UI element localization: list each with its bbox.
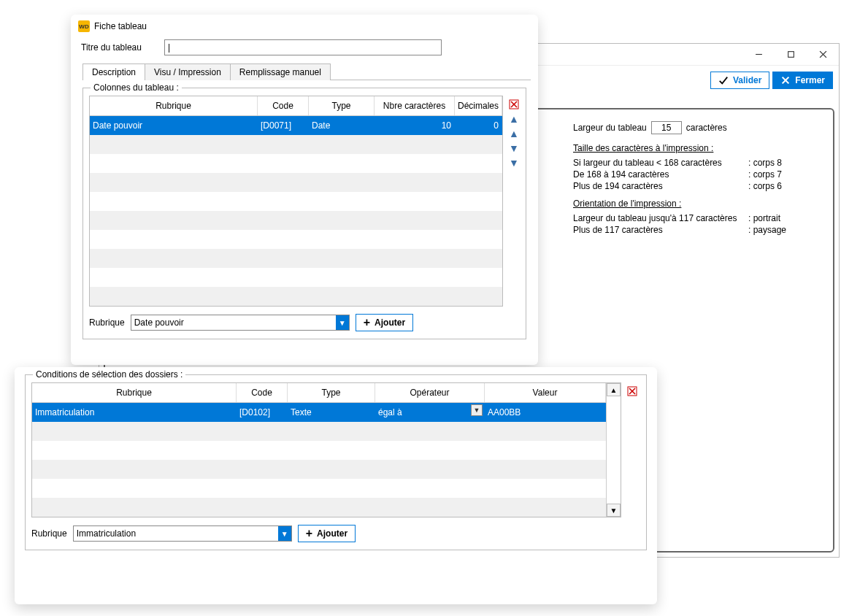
colonnes-grid[interactable]: Rubrique Code Type Nbre caractères Décim… [89, 96, 503, 307]
cell-operateur[interactable]: égal à ▼ [375, 403, 485, 422]
fiche-tableau-panel: WD Fiche tableau Titre du tableau | Desc… [71, 15, 538, 365]
table-row[interactable] [90, 287, 502, 306]
largeur-input[interactable] [651, 121, 682, 134]
tab-visu-impression[interactable]: Visu / Impression [145, 63, 231, 80]
conditions-fieldset: Conditions de sélection des dossiers : R… [25, 374, 647, 550]
valider-label: Valider [733, 75, 761, 85]
table-row[interactable] [32, 479, 606, 498]
orient-table: Largeur du tableau jusqu'à 117 caractère… [573, 213, 821, 235]
table-row[interactable] [90, 192, 502, 211]
scroll-up-icon[interactable]: ▲ [607, 383, 621, 396]
plus-icon: + [306, 527, 312, 540]
fermer-label: Fermer [795, 75, 825, 85]
tab-remplissage-manuel[interactable]: Remplissage manuel [230, 63, 331, 80]
grid-header: Rubrique Code Type Opérateur Valeur [32, 383, 606, 403]
table-row[interactable] [90, 249, 502, 268]
table-row[interactable] [90, 135, 502, 154]
cell-valeur: AA00BB [485, 403, 606, 422]
rubrique-label: Rubrique [89, 317, 125, 328]
cell-code: [D0071] [258, 116, 309, 135]
move-top-icon[interactable]: ▲ [507, 113, 521, 125]
conditions-grid[interactable]: Rubrique Code Type Opérateur Valeur Imma… [31, 382, 621, 517]
delete-row-icon[interactable] [626, 385, 639, 397]
rubrique-combo[interactable]: Date pouvoir ▼ [131, 315, 350, 331]
table-row[interactable] [32, 498, 606, 517]
scrollbar[interactable]: ▲ ▼ [606, 383, 621, 517]
ajouter-label: Ajouter [317, 528, 347, 539]
move-bottom-icon[interactable]: ▼ [507, 157, 521, 169]
operateur-value: égal à [378, 407, 402, 417]
table-row[interactable] [32, 441, 606, 460]
col-header-type: Type [309, 96, 375, 115]
orient-row-l: Plus de 117 caractères [573, 225, 748, 235]
col-header-type: Type [288, 383, 375, 402]
cell-type: Date [309, 116, 375, 135]
taille-row-r: : corps 7 [748, 169, 792, 180]
titre-label: Titre du tableau [81, 42, 154, 53]
table-row[interactable] [90, 211, 502, 230]
table-row[interactable] [32, 422, 606, 441]
app-icon: WD [78, 20, 90, 32]
cell-rubrique: Date pouvoir [90, 116, 258, 135]
orient-row-l: Largeur du tableau jusqu'à 117 caractère… [573, 213, 748, 223]
conditions-panel: Conditions de sélection des dossiers : R… [15, 367, 657, 604]
table-row[interactable] [90, 268, 502, 287]
taille-row-l: De 168 à 194 caractères [573, 169, 748, 180]
largeur-label: Largeur du tableau [573, 123, 647, 133]
rubrique-combo[interactable]: Immatriculation ▼ [73, 525, 292, 542]
ajouter-button[interactable]: + Ajouter [356, 314, 413, 331]
taille-row-r: : corps 8 [748, 158, 792, 168]
col-header-code: Code [258, 96, 309, 115]
table-row[interactable]: Immatriculation [D0102] Texte égal à ▼ A… [32, 403, 606, 422]
fermer-button[interactable]: Fermer [772, 72, 833, 89]
svg-rect-1 [788, 52, 794, 58]
close-button[interactable] [807, 45, 839, 65]
ajouter-label: Ajouter [375, 317, 405, 328]
taille-heading: Taille des caractères à l'impression : [573, 143, 821, 153]
table-row[interactable] [90, 154, 502, 173]
orient-row-r: : paysage [748, 225, 792, 235]
col-header-valeur: Valeur [485, 383, 606, 402]
grid-body: Immatriculation [D0102] Texte égal à ▼ A… [32, 403, 606, 517]
col-header-rubrique: Rubrique [32, 383, 237, 402]
rubrique-combo-value: Immatriculation [77, 528, 278, 539]
col-header-operateur: Opérateur [375, 383, 485, 402]
valider-button[interactable]: Valider [710, 72, 769, 89]
move-down-icon[interactable]: ▼ [507, 142, 521, 154]
move-up-icon[interactable]: ▲ [507, 128, 521, 139]
row-tools: ▲ ▲ ▼ ▼ [507, 96, 521, 307]
plus-icon: + [364, 316, 370, 329]
tab-bar: Description Visu / Impression Remplissag… [82, 63, 531, 80]
chevron-down-icon[interactable]: ▼ [336, 315, 349, 330]
taille-row-l: Plus de 194 caractères [573, 181, 748, 191]
cell-code: [D0102] [237, 403, 288, 422]
titre-input[interactable]: | [164, 39, 442, 55]
rubrique-combo-value: Date pouvoir [134, 317, 336, 328]
window-title: Fiche tableau [94, 21, 147, 31]
table-row[interactable]: Date pouvoir [D0071] Date 10 0 [90, 116, 502, 135]
taille-row-r: : corps 6 [748, 181, 792, 191]
caret-icon: | [168, 42, 170, 53]
chevron-down-icon[interactable]: ▼ [278, 526, 291, 541]
colonnes-legend: Colonnes du tableau : [91, 82, 182, 93]
table-row[interactable] [90, 230, 502, 249]
col-header-dec: Décimales [455, 96, 502, 115]
table-row[interactable] [32, 460, 606, 479]
minimize-button[interactable] [742, 45, 775, 65]
cell-nbre: 10 [375, 116, 455, 135]
orient-row-r: : portrait [748, 213, 792, 223]
taille-row-l: Si largeur du tableau < 168 caractères [573, 158, 748, 168]
maximize-button[interactable] [775, 45, 807, 65]
table-row[interactable] [90, 173, 502, 192]
rubrique-label: Rubrique [31, 528, 67, 539]
caracteres-label: caractères [686, 123, 727, 133]
col-header-nbre: Nbre caractères [375, 96, 455, 115]
colonnes-fieldset: Colonnes du tableau : Rubrique Code Type… [82, 88, 526, 339]
scroll-down-icon[interactable]: ▼ [607, 504, 621, 517]
delete-row-icon[interactable] [507, 99, 521, 110]
cell-type: Texte [288, 403, 375, 422]
tab-description[interactable]: Description [82, 63, 145, 80]
chevron-down-icon[interactable]: ▼ [471, 404, 483, 416]
ajouter-button[interactable]: + Ajouter [298, 525, 356, 542]
col-header-rubrique: Rubrique [90, 96, 258, 115]
